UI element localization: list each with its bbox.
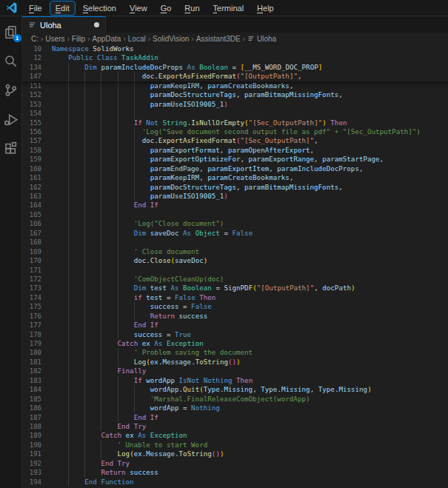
line-number[interactable]: 174 bbox=[22, 293, 41, 302]
code-line[interactable]: 153 paramUseISO19005_1) bbox=[22, 100, 448, 109]
code-line[interactable]: 167 Dim saveDoc As Object = False bbox=[22, 229, 448, 238]
code-line[interactable]: 187 End If bbox=[22, 413, 448, 422]
line-number[interactable]: 187 bbox=[22, 413, 41, 422]
code-line[interactable]: 163 paramUseISO19005_1) bbox=[22, 192, 448, 201]
menu-item-file[interactable]: File bbox=[23, 1, 48, 16]
run-debug-icon[interactable] bbox=[3, 110, 19, 127]
breadcrumb-item[interactable]: Local bbox=[128, 35, 146, 43]
line-number[interactable]: 159 bbox=[22, 155, 41, 164]
code-line[interactable]: 154 bbox=[22, 109, 448, 118]
code-line[interactable]: 157 doc.ExportAsFixedFormat("[Sec_Output… bbox=[22, 136, 448, 145]
line-number[interactable]: 175 bbox=[22, 302, 41, 311]
code-line[interactable]: 164 End If bbox=[22, 201, 448, 210]
line-number[interactable]: 190 bbox=[22, 441, 41, 449]
line-number[interactable]: 188 bbox=[22, 422, 41, 431]
code-line[interactable]: 191 Log(ex.Message.ToString()) bbox=[22, 449, 448, 458]
tab-uloha[interactable]: Uloha bbox=[22, 16, 106, 33]
code-line[interactable]: 174 if test = False Then bbox=[22, 293, 448, 302]
line-number[interactable]: 166 bbox=[22, 219, 41, 228]
code-line[interactable]: 177 End If bbox=[22, 321, 448, 330]
line-number[interactable]: 192 bbox=[22, 459, 41, 468]
breadcrumb-item[interactable]: AppData bbox=[93, 35, 121, 43]
line-number[interactable]: 180 bbox=[22, 348, 41, 357]
line-number[interactable]: 186 bbox=[22, 404, 41, 412]
line-number[interactable]: 151 bbox=[22, 81, 41, 90]
code-line[interactable]: 190 ' Unable to start Word bbox=[22, 441, 448, 449]
code-line[interactable]: 193 Return success bbox=[22, 468, 448, 477]
code-line[interactable]: 181 Log(ex.Message.ToString()) bbox=[22, 358, 448, 367]
line-number[interactable]: 176 bbox=[22, 312, 41, 321]
line-number[interactable]: 167 bbox=[22, 229, 41, 238]
code-line[interactable]: 192 End Try bbox=[22, 459, 448, 468]
code-line[interactable]: 180 ' Problem saving the document bbox=[22, 348, 448, 357]
code-line[interactable]: 165 bbox=[22, 210, 448, 219]
source-control-icon[interactable] bbox=[3, 81, 19, 98]
line-number[interactable]: 153 bbox=[22, 100, 41, 109]
line-number[interactable]: 171 bbox=[22, 266, 41, 275]
line-number[interactable]: 181 bbox=[22, 358, 41, 367]
code-line[interactable]: 189 Catch ex As Exception bbox=[22, 431, 448, 440]
code-line[interactable]: 185 'Marshal.FinalReleaseComObject(wordA… bbox=[22, 395, 448, 404]
code-line[interactable]: 176 Return success bbox=[22, 312, 448, 321]
menu-item-help[interactable]: Help bbox=[251, 1, 280, 16]
line-number[interactable]: 177 bbox=[22, 321, 41, 330]
line-number[interactable]: 161 bbox=[22, 173, 41, 182]
line-number[interactable]: 173 bbox=[22, 284, 41, 293]
line-number[interactable]: 10 bbox=[22, 44, 41, 53]
line-number[interactable]: 172 bbox=[22, 275, 41, 284]
line-number[interactable]: 162 bbox=[22, 183, 41, 192]
code-line[interactable]: 173 Dim test As Boolean = SignPDF("[Outp… bbox=[22, 284, 448, 293]
breadcrumb-item[interactable]: Uloha bbox=[257, 35, 276, 43]
code-line[interactable]: 172 'ComObjectCleanUp(doc) bbox=[22, 275, 448, 284]
breadcrumb-item[interactable]: Users bbox=[45, 35, 64, 43]
code-line[interactable]: 188 End Try bbox=[22, 422, 448, 431]
line-number[interactable]: 164 bbox=[22, 201, 41, 210]
line-number[interactable]: 134 bbox=[22, 63, 41, 72]
line-number[interactable]: 155 bbox=[22, 118, 41, 127]
line-number[interactable]: 163 bbox=[22, 192, 41, 201]
code-line[interactable]: 151 paramKeepIRM, paramCreateBookmarks, bbox=[22, 81, 448, 90]
code-line[interactable]: 169 ' Close document bbox=[22, 247, 448, 256]
line-number[interactable]: 165 bbox=[22, 210, 41, 219]
code-line[interactable]: 186 wordApp = Nothing bbox=[22, 404, 448, 412]
line-number[interactable]: 179 bbox=[22, 339, 41, 348]
menu-item-terminal[interactable]: Terminal bbox=[207, 1, 250, 16]
breadcrumb-item[interactable]: SolidVision bbox=[153, 35, 189, 43]
line-number[interactable]: 170 bbox=[22, 256, 41, 265]
code-line[interactable]: 166 'Log("Close document") bbox=[22, 219, 448, 228]
menu-item-view[interactable]: View bbox=[124, 1, 153, 16]
breadcrumb-item[interactable]: C: bbox=[31, 35, 39, 43]
code-line[interactable]: 156 'Log("Save document second output fi… bbox=[22, 127, 448, 136]
line-number[interactable]: 184 bbox=[22, 385, 41, 394]
code-line[interactable]: 162 paramDocStructureTags, paramBitmapMi… bbox=[22, 183, 448, 192]
code-line[interactable]: 170 doc.Close(saveDoc) bbox=[22, 256, 448, 265]
line-number[interactable]: 160 bbox=[22, 164, 41, 173]
code-line[interactable]: 158 paramExportFormat, paramOpenAfterExp… bbox=[22, 146, 448, 155]
breadcrumb-item[interactable]: Filip bbox=[72, 35, 85, 43]
line-number[interactable]: 152 bbox=[22, 90, 41, 99]
line-number[interactable]: 178 bbox=[22, 330, 41, 339]
code-line[interactable]: 147 doc.ExportAsFixedFormat("[OutputPath… bbox=[22, 72, 448, 81]
menu-item-go[interactable]: Go bbox=[155, 1, 178, 16]
line-number[interactable]: 185 bbox=[22, 395, 41, 404]
code-line[interactable]: 10Namespace SolidWorks bbox=[22, 44, 448, 53]
code-line[interactable]: 178 success = True bbox=[22, 330, 448, 339]
search-icon[interactable] bbox=[3, 53, 19, 69]
line-number[interactable]: 147 bbox=[22, 72, 41, 81]
breadcrumb-item[interactable]: Assistant3DE bbox=[196, 35, 241, 43]
code-line[interactable]: 179 Catch ex As Exception bbox=[22, 339, 448, 348]
line-number[interactable]: 157 bbox=[22, 136, 41, 145]
code-line[interactable]: 155 If Not String.IsNullOrEmpty("[Sec_Ou… bbox=[22, 118, 448, 127]
line-number[interactable]: 158 bbox=[22, 146, 41, 155]
line-number[interactable]: 182 bbox=[22, 367, 41, 375]
code-line[interactable]: 194 End Function bbox=[22, 478, 448, 487]
line-number[interactable]: 191 bbox=[22, 449, 41, 458]
code-line[interactable]: 160 paramEndPage, paramExportItem, param… bbox=[22, 164, 448, 173]
line-number[interactable]: 193 bbox=[22, 468, 41, 477]
line-number[interactable]: 12 bbox=[22, 53, 41, 62]
code-line[interactable]: 182 Finally bbox=[22, 367, 448, 375]
code-line[interactable]: 152 paramDocStructureTags, paramBitmapMi… bbox=[22, 90, 448, 99]
code-line[interactable]: 175 success = False bbox=[22, 302, 448, 311]
line-number[interactable]: 194 bbox=[22, 478, 41, 487]
code-line[interactable]: 183 If wordApp IsNot Nothing Then bbox=[22, 376, 448, 385]
